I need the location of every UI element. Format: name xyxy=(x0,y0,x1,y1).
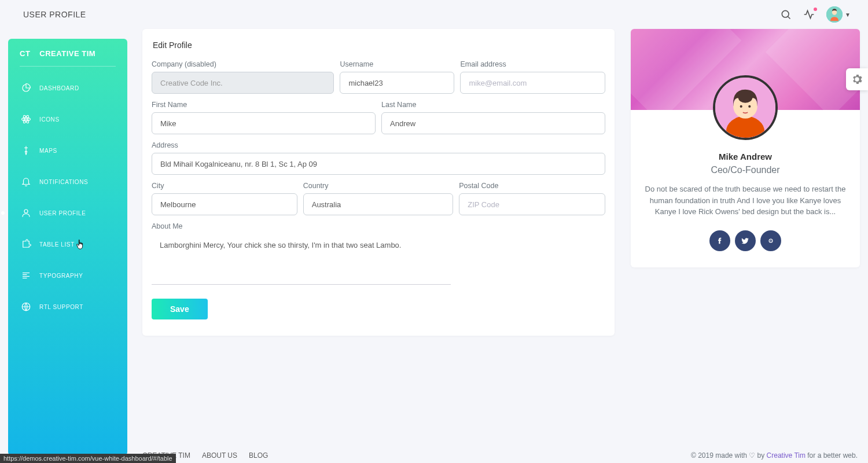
puzzle-icon xyxy=(21,239,31,249)
heart-icon: ♡ xyxy=(749,451,755,460)
profile-avatar[interactable] xyxy=(713,75,778,140)
city-input[interactable] xyxy=(152,193,297,215)
align-left-icon xyxy=(21,270,31,281)
svg-line-1 xyxy=(788,17,790,19)
company-group: Company (disabled) xyxy=(152,60,334,94)
card-title: Edit Profile xyxy=(152,41,605,50)
sidebar-brand[interactable]: CT CREATIVE TIM xyxy=(8,39,127,66)
sidebar-divider xyxy=(20,66,116,67)
lastname-group: Last Name xyxy=(381,101,605,134)
sidebar-item-icons[interactable]: ICONS xyxy=(8,104,127,135)
svg-point-3 xyxy=(832,10,837,14)
sidebar-item-notifications[interactable]: NOTIFICATIONS xyxy=(8,166,127,197)
sidebar-item-label: NOTIFICATIONS xyxy=(39,179,88,185)
lastname-input[interactable] xyxy=(381,112,605,134)
save-button[interactable]: Save xyxy=(152,299,208,319)
postal-group: Postal Code xyxy=(459,182,605,215)
sidebar-item-rtl-support[interactable]: RTL SUPPORT xyxy=(8,291,127,322)
city-label: City xyxy=(152,182,297,190)
email-input[interactable] xyxy=(460,72,605,94)
footer-link-blog[interactable]: BLOG xyxy=(249,451,268,460)
search-icon[interactable] xyxy=(780,9,792,20)
footer-link-about-us[interactable]: ABOUT US xyxy=(202,451,237,460)
facebook-button[interactable] xyxy=(709,230,730,251)
username-label: Username xyxy=(340,60,454,68)
pin-icon xyxy=(21,145,31,156)
sidebar-item-label: TABLE LIST xyxy=(39,241,75,248)
bell-icon xyxy=(21,177,31,187)
social-row xyxy=(642,230,848,251)
footer-creative-tim-link[interactable]: Creative Tim xyxy=(767,451,806,460)
username-group: Username xyxy=(340,60,454,94)
sidebar-item-label: MAPS xyxy=(39,148,57,154)
username-input[interactable] xyxy=(340,72,454,94)
postal-label: Postal Code xyxy=(459,182,605,190)
globe-icon xyxy=(21,302,31,312)
postal-input[interactable] xyxy=(459,193,605,215)
browser-status-bar: https://demos.creative-tim.com/vue-white… xyxy=(0,454,176,463)
pie-chart-icon xyxy=(21,83,31,93)
country-label: Country xyxy=(303,182,454,190)
sidebar-item-label: ICONS xyxy=(39,116,60,123)
lastname-label: Last Name xyxy=(381,101,605,109)
address-label: Address xyxy=(152,141,605,149)
google-button[interactable] xyxy=(760,230,781,251)
sidebar-item-user-profile[interactable]: USER PROFILE xyxy=(8,197,127,229)
main-content: Edit Profile Company (disabled) Username… xyxy=(142,29,868,336)
activity-icon[interactable] xyxy=(803,9,815,20)
notification-dot xyxy=(814,8,817,11)
user-menu[interactable]: ▼ xyxy=(826,6,851,23)
brand-short: CT xyxy=(20,49,30,58)
profile-card: Mike Andrew Ceo/Co-Founder Do not be sca… xyxy=(631,29,860,267)
user-icon xyxy=(21,208,31,218)
sidebar-item-label: TYPOGRAPHY xyxy=(39,273,83,279)
twitter-button[interactable] xyxy=(735,230,756,251)
profile-avatar-wrap xyxy=(631,75,860,140)
svg-point-8 xyxy=(24,210,28,213)
svg-point-4 xyxy=(25,119,27,120)
svg-point-18 xyxy=(748,105,751,108)
profile-description: Do not be scared of the truth because we… xyxy=(642,183,848,218)
sidebar-item-label: USER PROFILE xyxy=(39,210,86,216)
svg-point-5 xyxy=(22,117,31,121)
address-input[interactable] xyxy=(152,153,605,175)
sidebar-item-table-list[interactable]: TABLE LIST xyxy=(8,229,127,260)
email-label: Email address xyxy=(460,60,605,68)
brand-full: CREATIVE TIM xyxy=(39,49,95,58)
city-group: City xyxy=(152,182,297,215)
footer-copyright: © 2019 made with ♡ by Creative Tim for a… xyxy=(691,451,858,460)
edit-profile-card: Edit Profile Company (disabled) Username… xyxy=(142,29,615,336)
company-input xyxy=(152,72,334,94)
svg-point-20 xyxy=(770,240,771,241)
sidebar: CT CREATIVE TIM DASHBOARD ICONS MAPS NOT… xyxy=(8,39,127,455)
footer: CREATIVE TIM ABOUT US BLOG © 2019 made w… xyxy=(142,451,858,460)
topbar: USER PROFILE ▼ xyxy=(0,0,868,29)
chevron-down-icon: ▼ xyxy=(845,12,851,18)
sidebar-item-dashboard[interactable]: DASHBOARD xyxy=(8,72,127,104)
about-group: About Me Lamborghini Mercy, Your chick s… xyxy=(152,222,605,285)
address-group: Address xyxy=(152,141,605,175)
sidebar-item-label: RTL SUPPORT xyxy=(39,304,83,310)
about-textarea[interactable]: Lamborghini Mercy, Your chick she so thi… xyxy=(152,234,451,285)
atom-icon xyxy=(21,114,31,124)
topbar-right: ▼ xyxy=(780,6,851,23)
sidebar-item-typography[interactable]: TYPOGRAPHY xyxy=(8,260,127,291)
profile-name: Mike Andrew xyxy=(642,152,848,161)
avatar-icon xyxy=(826,6,843,23)
country-group: Country xyxy=(303,182,454,215)
page-title: USER PROFILE xyxy=(23,10,86,19)
company-label: Company (disabled) xyxy=(152,60,334,68)
firstname-input[interactable] xyxy=(152,112,376,134)
firstname-label: First Name xyxy=(152,101,376,109)
about-label: About Me xyxy=(152,222,605,230)
email-group: Email address xyxy=(460,60,605,94)
profile-role: Ceo/Co-Founder xyxy=(642,165,848,175)
sidebar-item-maps[interactable]: MAPS xyxy=(8,135,127,166)
sidebar-item-label: DASHBOARD xyxy=(39,85,79,91)
svg-point-0 xyxy=(782,10,789,17)
svg-point-17 xyxy=(740,105,742,108)
country-input[interactable] xyxy=(303,193,454,215)
firstname-group: First Name xyxy=(152,101,376,134)
